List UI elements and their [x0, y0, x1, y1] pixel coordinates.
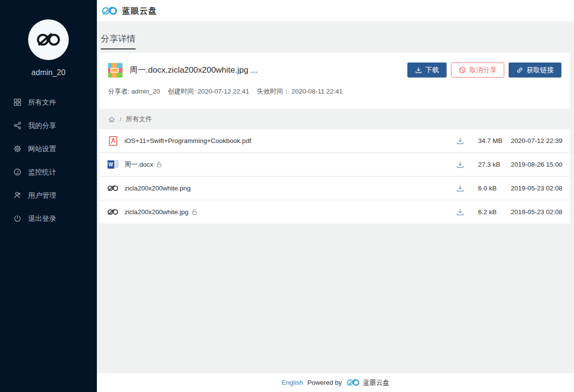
file-date: 2020-07-12 22:39 — [508, 137, 562, 144]
package-zip-icon — [108, 63, 123, 78]
language-link[interactable]: English — [281, 379, 303, 386]
sidebar-item-my-shares[interactable]: 我的分享 — [0, 114, 97, 137]
infinity-logo-icon[interactable] — [101, 6, 118, 16]
gear-icon — [14, 145, 21, 153]
footer-brand-link[interactable]: 蓝眼云盘 — [346, 378, 389, 387]
main-area: 蓝眼云盘 分享详情 周一.docx,zicla200x200white.jpg … — [97, 0, 574, 392]
sidebar-item-logout[interactable]: 退出登录 — [0, 207, 97, 230]
breadcrumb-root[interactable]: 所有文件 — [126, 115, 152, 124]
share-title-row: 周一.docx,zicla200x200white.jpg ... 下载 — [108, 63, 561, 78]
sidebar-item-label: 我的分享 — [28, 121, 56, 130]
download-icon[interactable] — [456, 208, 465, 216]
table-row[interactable]: W 周一.docx 27.3 kB 2019-08-26 15:00 — [99, 153, 570, 176]
app-header: 蓝眼云盘 — [97, 0, 574, 21]
expire-value: 2020-08-11 22:41 — [292, 88, 343, 95]
content-spacer — [99, 224, 570, 373]
expire-info: 失效时间： 2020-08-11 22:41 — [257, 87, 342, 96]
table-row[interactable]: zicla200x200white.png 6.0 kB 2019-05-23 … — [99, 177, 570, 200]
sharer-value: admin_20 — [131, 88, 160, 95]
footer: English Powered by 蓝眼云盘 — [97, 373, 574, 392]
gauge-icon — [14, 168, 21, 176]
file-size: 34.7 MB — [478, 137, 508, 144]
image-file-icon — [107, 208, 119, 216]
file-size: 6.0 kB — [478, 185, 508, 192]
sharer-info: 分享者: admin_20 — [108, 87, 160, 96]
file-name[interactable]: iOS+11+Swift+Programming+Cookbook.pdf — [124, 137, 251, 144]
download-button-label: 下载 — [425, 66, 439, 75]
expire-label: 失效时间： — [257, 88, 290, 95]
page-title: 分享详情 — [101, 33, 136, 49]
table-row[interactable]: iOS+11+Swift+Programming+Cookbook.pdf 34… — [99, 129, 570, 152]
share-actions: 下载 取消分享 — [407, 63, 561, 78]
created-info: 创建时间: 2020-07-12 22:41 — [168, 87, 249, 96]
breadcrumb: / 所有文件 — [99, 109, 570, 129]
file-size: 27.3 kB — [478, 161, 508, 168]
powered-by-text: Powered by — [307, 379, 341, 386]
get-link-button-label: 获取链接 — [527, 66, 554, 75]
sidebar-item-label: 监控统计 — [28, 168, 56, 177]
created-label: 创建时间: — [168, 88, 196, 95]
home-icon[interactable] — [108, 116, 115, 123]
download-icon — [415, 67, 422, 74]
file-date: 2019-05-23 02:08 — [508, 208, 562, 216]
cancel-share-button[interactable]: 取消分享 — [451, 63, 504, 78]
file-date: 2019-05-23 02:08 — [508, 185, 562, 192]
get-link-button[interactable]: 获取链接 — [509, 63, 561, 78]
table-row[interactable]: zicla200x200white.jpg 6.2 kB 2019-05-23 … — [99, 201, 570, 223]
avatar[interactable] — [28, 19, 69, 60]
sidebar-item-all-files[interactable]: 所有文件 — [0, 91, 97, 114]
file-size: 6.2 kB — [478, 208, 508, 216]
grid-icon — [14, 98, 21, 106]
sidebar: admin_20 所有文件 我的分享 — [0, 0, 97, 392]
user-icon — [14, 191, 21, 199]
download-icon[interactable] — [456, 137, 465, 145]
pdf-file-icon — [107, 136, 119, 146]
breadcrumb-separator: / — [120, 116, 122, 123]
footer-brand-name: 蓝眼云盘 — [363, 378, 389, 387]
sidebar-item-label: 用户管理 — [28, 191, 56, 200]
sidebar-item-site-settings[interactable]: 网站设置 — [0, 137, 97, 160]
share-title: 周一.docx,zicla200x200white.jpg ... — [129, 64, 258, 76]
created-value: 2020-07-12 22:41 — [198, 88, 249, 95]
unlock-icon — [156, 161, 162, 168]
infinity-logo-icon — [346, 378, 360, 387]
sharer-label: 分享者: — [108, 88, 129, 95]
share-detail-card: 周一.docx,zicla200x200white.jpg ... 下载 — [99, 53, 570, 109]
link-icon — [516, 67, 523, 74]
username[interactable]: admin_20 — [0, 68, 97, 77]
sidebar-item-user-management[interactable]: 用户管理 — [0, 184, 97, 207]
image-file-icon — [107, 185, 119, 192]
file-name[interactable]: zicla200x200white.jpg — [124, 208, 188, 216]
infinity-logo-icon — [36, 32, 61, 47]
file-name[interactable]: zicla200x200white.png — [124, 185, 191, 192]
sidebar-item-label: 所有文件 — [28, 98, 56, 107]
sidebar-item-label: 退出登录 — [28, 214, 56, 223]
download-icon[interactable] — [456, 161, 465, 169]
sidebar-nav: 所有文件 我的分享 网站设置 — [0, 91, 97, 230]
download-button[interactable]: 下载 — [407, 63, 447, 78]
download-icon[interactable] — [456, 185, 465, 192]
share-meta: 分享者: admin_20 创建时间: 2020-07-12 22:41 失效时… — [108, 87, 561, 96]
content: 分享详情 周一.docx,zicla200x200white.jpg ... 下… — [97, 21, 574, 373]
unlock-icon — [192, 209, 197, 215]
cancel-share-button-label: 取消分享 — [469, 66, 496, 75]
sidebar-item-monitoring[interactable]: 监控统计 — [0, 160, 97, 184]
file-date: 2019-08-26 15:00 — [508, 161, 562, 168]
sidebar-item-label: 网站设置 — [28, 144, 56, 154]
power-icon — [14, 215, 21, 222]
prohibit-icon — [459, 66, 466, 74]
file-name[interactable]: 周一.docx — [124, 160, 153, 169]
share-icon — [14, 122, 21, 129]
app-title[interactable]: 蓝眼云盘 — [122, 5, 157, 16]
word-file-icon: W — [107, 160, 119, 169]
